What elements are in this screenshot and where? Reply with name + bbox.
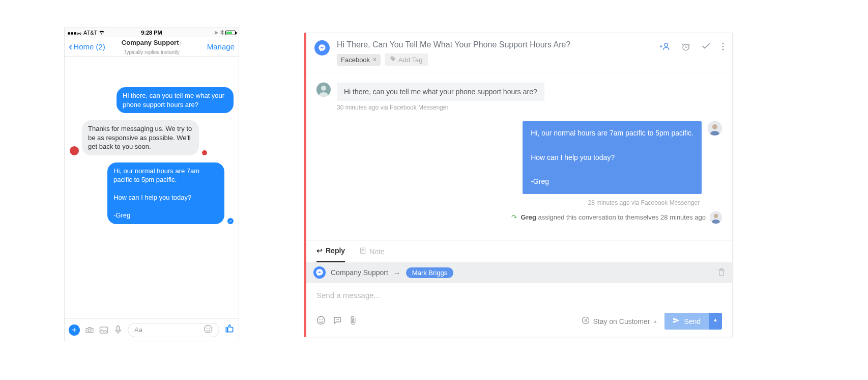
svg-point-10 (722, 48, 724, 50)
svg-point-18 (714, 214, 718, 218)
svg-rect-2 (117, 325, 120, 331)
assignment-event: ↷ Greg assigned this conversation to the… (316, 211, 722, 224)
add-attachment-button[interactable]: + (69, 324, 80, 336)
arrow-right-icon: → (393, 268, 401, 277)
emoji-icon[interactable] (316, 316, 326, 327)
check-icon[interactable] (702, 42, 711, 49)
discard-draft-icon[interactable] (718, 268, 725, 278)
saved-replies-icon[interactable] (333, 316, 342, 327)
thumbs-up-icon[interactable] (224, 323, 235, 336)
inbound-text[interactable]: Hi there, can you tell me what your phon… (337, 83, 544, 101)
assignee-avatar[interactable] (710, 211, 722, 224)
tab-reply[interactable]: ↩ Reply (316, 240, 345, 262)
svg-point-9 (722, 45, 724, 47)
attachment-icon[interactable] (349, 316, 357, 327)
svg-point-3 (205, 325, 212, 333)
sender-avatar[interactable] (70, 146, 79, 155)
outbound-meta: 28 minutes ago via Facebook Messenger (316, 199, 700, 206)
add-user-icon[interactable] (660, 42, 670, 50)
manage-button[interactable]: Manage (207, 42, 235, 51)
assigned-arrow-icon: ↷ (511, 213, 517, 221)
svg-point-23 (322, 319, 323, 320)
back-label: Home (2) (73, 42, 105, 51)
messenger-phone-frame: AT&T 9:28 PM ➤ ‹ Home (2) Compa (64, 28, 239, 341)
message-bubble[interactable]: Thanks for messaging us. We try to be as… (82, 120, 199, 155)
stay-on-customer-toggle[interactable]: Stay on Customer ▲ (582, 316, 657, 326)
svg-point-15 (712, 124, 717, 129)
svg-point-25 (337, 319, 338, 320)
message-outgoing: Hi, our normal hours are 7am pacific to … (70, 162, 234, 224)
customer-avatar[interactable] (316, 83, 331, 97)
svg-point-4 (207, 328, 208, 329)
message-bubble[interactable]: Hi there, can you tell me what your phon… (117, 87, 234, 113)
reply-router: Company Support → Mark Briggs (306, 262, 732, 283)
svg-point-26 (338, 319, 339, 320)
chat-title[interactable]: Company Support› (122, 39, 182, 46)
inbound-message: Hi there, can you tell me what your phon… (316, 83, 722, 111)
messenger-badge-icon (313, 266, 326, 279)
message-outgoing: Hi there, can you tell me what your phon… (70, 87, 234, 113)
note-icon (359, 247, 366, 256)
camera-icon[interactable] (85, 325, 94, 335)
message-incoming: Thanks for messaging us. We try to be as… (70, 120, 234, 155)
message-bubble[interactable]: Hi, our normal hours are 7am pacific to … (107, 162, 224, 224)
add-tag-button[interactable]: Add Tag (385, 53, 427, 66)
delivered-check-icon: ✓ (227, 218, 234, 224)
assignment-text: assigned this conversation to themselves… (536, 213, 706, 221)
recipient-chip[interactable]: Mark Briggs (406, 267, 453, 278)
phone-nav-header: ‹ Home (2) Company Support› Typically re… (65, 37, 239, 57)
message-input[interactable]: Aa (128, 323, 219, 337)
phone-status-bar: AT&T 9:28 PM ➤ (65, 28, 239, 37)
more-menu-icon[interactable] (722, 42, 724, 50)
back-button[interactable]: ‹ Home (2) (69, 42, 105, 51)
phone-message-list: Hi there, can you tell me what your phon… (65, 57, 239, 318)
agent-avatar[interactable] (708, 121, 722, 135)
svg-point-6 (664, 43, 668, 46)
microphone-icon[interactable] (113, 325, 123, 335)
svg-point-0 (88, 329, 91, 332)
chat-subtitle: Typically replies instantly (124, 49, 180, 55)
signal-dots-icon (68, 30, 82, 36)
svg-point-24 (336, 319, 337, 320)
reply-arrow-icon: ↩ (316, 247, 323, 255)
svg-point-5 (209, 328, 210, 329)
input-placeholder: Aa (134, 326, 142, 334)
from-identity[interactable]: Company Support (331, 268, 388, 277)
chevron-right-icon: › (180, 40, 182, 46)
svg-point-12 (321, 86, 326, 91)
clock-label: 9:28 PM (124, 30, 180, 36)
tab-note[interactable]: Note (359, 240, 385, 262)
svg-point-8 (722, 42, 724, 44)
svg-point-22 (320, 319, 321, 320)
panel-footer: ↩ Reply Note Company Support → Mark Brig… (306, 240, 732, 337)
bluetooth-icon (220, 30, 224, 36)
conversation-body: Hi there, can you tell me what your phon… (306, 72, 732, 240)
gallery-icon[interactable] (99, 325, 108, 335)
send-button[interactable]: Send (664, 313, 709, 330)
outbound-text[interactable]: Hi, our normal hours are 7am pacific to … (523, 121, 702, 194)
pause-circle-icon (582, 316, 590, 326)
helpdesk-conversation-panel: Hi There, Can You Tell Me What Your Phon… (304, 33, 733, 337)
panel-header: Hi There, Can You Tell Me What Your Phon… (306, 33, 732, 72)
tag-icon (390, 56, 396, 64)
read-marker-icon (202, 150, 207, 155)
phone-composer: + Aa (65, 318, 239, 341)
message-textarea[interactable]: Send a message... (306, 283, 732, 308)
location-icon: ➤ (214, 29, 219, 36)
chevron-up-icon: ▲ (653, 319, 657, 324)
assignment-actor: Greg (521, 213, 536, 221)
wifi-icon (99, 30, 105, 36)
remove-tag-icon[interactable]: × (373, 56, 377, 63)
svg-point-27 (583, 317, 589, 323)
svg-point-21 (317, 316, 325, 324)
battery-icon (225, 31, 236, 35)
messenger-badge-icon (314, 40, 330, 56)
snooze-icon[interactable] (681, 42, 690, 51)
tag-facebook[interactable]: Facebook × (337, 54, 381, 66)
inbound-meta: 30 minutes ago via Facebook Messenger (337, 104, 544, 111)
send-plane-icon (673, 317, 680, 325)
conversation-title[interactable]: Hi There, Can You Tell Me What Your Phon… (337, 40, 653, 49)
carrier-label: AT&T (83, 30, 97, 36)
send-options-button[interactable]: ▲ (709, 313, 722, 330)
emoji-icon[interactable] (204, 324, 213, 335)
